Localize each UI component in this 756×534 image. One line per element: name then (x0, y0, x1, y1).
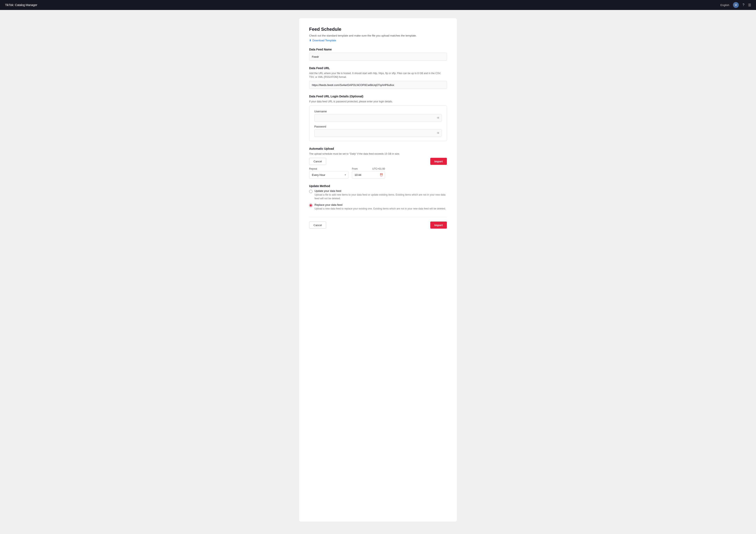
language-button[interactable]: English (720, 4, 729, 7)
automatic-upload-label: Automatic Upload (309, 147, 447, 150)
radio-replace-label: Replace your data feed (314, 203, 446, 206)
app-name: Catalog Manager (15, 3, 37, 7)
automatic-upload-section: Automatic Upload The upload schedule mus… (309, 147, 447, 179)
import-button-bottom[interactable]: Import (430, 221, 447, 229)
password-input[interactable] (314, 129, 442, 137)
data-feed-url-section: Data Feed URL Add the URL where your fil… (309, 67, 447, 89)
login-box: Username 👁 Password 👁 (309, 105, 447, 141)
password-field: Password 👁 (314, 125, 442, 137)
repeat-label: Repeat (309, 167, 349, 170)
radio-replace-desc: Upload a new data feed to replace your e… (314, 207, 446, 211)
automatic-upload-desc: The upload schedule must be set to "Dail… (309, 152, 447, 156)
time-input-wrapper: ⏰ (352, 171, 385, 179)
update-method-label: Update Method (309, 184, 447, 188)
data-feed-url-label: Data Feed URL (309, 67, 447, 70)
avatar[interactable]: U (733, 2, 739, 8)
radio-update[interactable] (309, 190, 312, 193)
data-feed-name-label: Data Feed Name (309, 48, 447, 51)
password-input-wrapper: 👁 (314, 129, 442, 137)
radio-update-label: Update your data feed (314, 189, 447, 192)
password-label: Password (314, 125, 442, 128)
radio-replace[interactable] (309, 204, 312, 207)
data-feed-name-section: Data Feed Name (309, 48, 447, 61)
page-title: Feed Schedule (309, 27, 447, 32)
tiktok-logo: TikTok: Catalog Manager (5, 3, 37, 7)
content-card: Feed Schedule Check out the standard tem… (299, 18, 457, 521)
bottom-actions: Cancel Import (309, 217, 447, 229)
data-feed-url-desc: Add the URL where your file is hosted. I… (309, 71, 447, 79)
username-field: Username 👁 (314, 110, 442, 122)
help-icon[interactable]: ? (742, 3, 744, 7)
radio-replace-option: Replace your data feed Upload a new data… (309, 203, 447, 211)
topnav-actions: English U ? ☰ (720, 2, 751, 8)
menu-icon[interactable]: ☰ (748, 3, 751, 7)
update-method-section: Update Method Update your data feed Uplo… (309, 184, 447, 211)
main-wrapper: Feed Schedule Check out the standard tem… (0, 10, 756, 534)
repeat-col: Repeat Every Hour Every 6 Hours Every 12… (309, 167, 349, 179)
page-subtitle: Check out the standard template and make… (309, 34, 447, 37)
data-feed-url-input[interactable] (309, 81, 447, 89)
repeat-select-wrapper: Every Hour Every 6 Hours Every 12 Hours … (309, 171, 349, 179)
eye-icon[interactable]: 👁 (437, 116, 440, 120)
import-button-top[interactable]: Import (430, 158, 447, 165)
data-feed-name-input[interactable] (309, 53, 447, 61)
login-details-desc: If your data feed URL is password protec… (309, 100, 447, 103)
radio-update-desc: Upload a file to add new items to your d… (314, 193, 447, 200)
from-label: From (352, 167, 358, 170)
radio-update-option: Update your data feed Upload a file to a… (309, 189, 447, 200)
username-label: Username (314, 110, 442, 113)
cancel-button-bottom[interactable]: Cancel (309, 221, 326, 229)
repeat-select[interactable]: Every Hour Every 6 Hours Every 12 Hours … (309, 171, 349, 179)
brand-name: TikTok (5, 3, 13, 7)
cancel-button-top[interactable]: Cancel (309, 158, 326, 165)
schedule-row: Repeat Every Hour Every 6 Hours Every 12… (309, 167, 447, 179)
from-utc-header: From UTC+01:00 (352, 167, 385, 170)
download-icon: ⬇ (309, 39, 311, 42)
download-template-link[interactable]: ⬇ Download Template (309, 39, 336, 42)
login-details-section: Data Feed URL Login Details (Optional) I… (309, 95, 447, 141)
utc-label: UTC+01:00 (372, 167, 385, 170)
password-eye-icon[interactable]: 👁 (437, 131, 440, 135)
upload-buttons-row: Cancel Import (309, 158, 447, 165)
from-utc-col: From UTC+01:00 ⏰ (352, 167, 385, 179)
time-input[interactable] (352, 171, 385, 179)
username-input[interactable] (314, 114, 442, 122)
topnav-brand: TikTok: Catalog Manager (5, 3, 37, 7)
login-details-label: Data Feed URL Login Details (Optional) (309, 95, 447, 98)
topnav: TikTok: Catalog Manager English U ? ☰ (0, 0, 756, 10)
username-input-wrapper: 👁 (314, 114, 442, 122)
